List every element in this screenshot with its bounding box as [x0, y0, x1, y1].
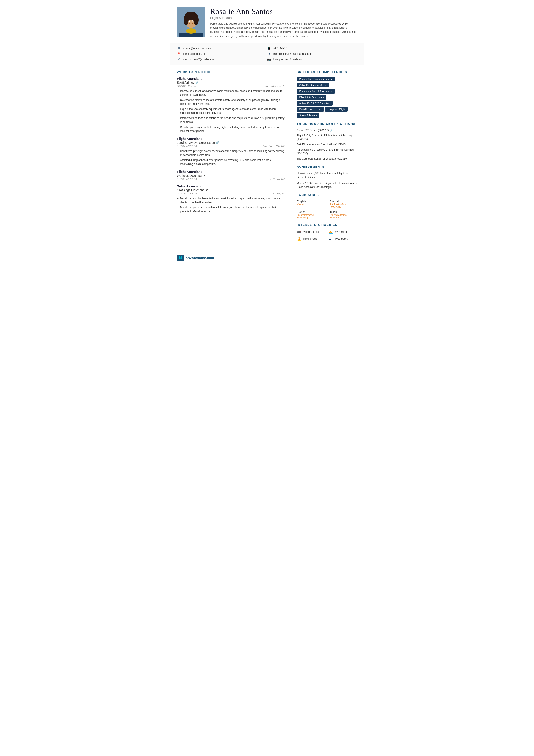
video-games-icon: 🎮 [297, 230, 302, 234]
job-meta-4: 04/2009 – 12/2010 Phoenix, AZ [177, 192, 285, 195]
job-bullets-1: Identify, document, and analyze cabin ma… [177, 89, 285, 133]
skill-cabin-maintenance: Cabin Maintenance & Use [297, 83, 330, 88]
job-bullets-4: Developed and implemented a successful l… [177, 197, 285, 213]
footer: N novoresume.com [170, 251, 364, 265]
skills-section: SKILLS AND COMPETENCIES Personalized Cus… [297, 70, 358, 118]
swimming-icon: 🏊 [328, 230, 333, 234]
skill-long-haul: Long-Haul Flight [325, 107, 348, 112]
contact-location: 📍 Fort Lauderdale, FL [177, 52, 267, 56]
footer-url: novoresume.com [186, 256, 214, 260]
cert-1: Airbus 320 Series (06/2012) 🔗 [297, 128, 358, 132]
job-meta-1: 08/2018 – Present Fort Lauderdale, FL [177, 85, 285, 87]
achievement-1: Flown in over 5,000 hours long-haul flig… [297, 171, 358, 179]
candidate-name: Rosalie Ann Santos [210, 7, 357, 16]
job-entry-1: Flight Attendant Spirit Airlines 🔗 08/20… [177, 77, 285, 133]
email-icon: ✉ [177, 46, 181, 50]
achievement-2: Moved 10,000 units in a single sales tra… [297, 181, 358, 189]
contact-email: ✉ rosalie@novoresume.com [177, 46, 267, 50]
hobby-video-games: 🎮 Video Games [297, 230, 326, 234]
instagram-icon: 📷 [267, 58, 271, 62]
svg-point-6 [193, 14, 199, 25]
skill-personalized-customer-service: Personalized Customer Service [297, 77, 335, 81]
location-icon: 📍 [177, 52, 181, 56]
skills-grid: Personalized Customer Service Cabin Main… [297, 77, 358, 118]
lang-spanish: Spanish Full Professional Proficiency [330, 200, 358, 208]
skills-title: SKILLS AND COMPETENCIES [297, 70, 358, 74]
hobbies-section: INTERESTS & HOBBIES 🎮 Video Games 🏊 Swim… [297, 223, 358, 241]
company-3: Workplace/Company [177, 174, 285, 177]
contact-left: ✉ rosalie@novoresume.com 📍 Fort Lauderda… [177, 46, 267, 62]
cert-5: The Corporate School of Etiquette (08/20… [297, 157, 358, 161]
bullet-1-3: Explain the use of safety equipment to p… [177, 107, 285, 115]
skill-stress-tolerance: Stress Tolerance [297, 113, 320, 118]
hobby-swimming: 🏊 Swimming [328, 230, 358, 234]
candidate-title: Flight Attendant [210, 16, 357, 20]
achievements-section: ACHIEVEMENTS Flown in over 5,000 hours l… [297, 165, 358, 189]
svg-point-5 [184, 14, 189, 25]
avatar [177, 7, 205, 37]
typography-icon: 🖋 [328, 236, 333, 241]
skill-first-aid: First-Aid Intervention [297, 107, 324, 112]
languages-section: LANGUAGES English Native Spanish Full Pr… [297, 193, 358, 219]
bullet-1-1: Identify, document, and analyze cabin ma… [177, 89, 285, 97]
svg-point-10 [192, 20, 194, 21]
skill-airbus: Airbus A319 & 320 Operation [297, 101, 333, 106]
job-entry-3: Flight Attendant Workplace/Company 01/20… [177, 170, 285, 180]
company-2: JetBlue Airways Corporation 🔗 [177, 141, 285, 145]
job-title-2: Flight Attendant [177, 137, 285, 141]
phone-icon: 📱 [267, 46, 271, 50]
lang-french: French Full Professional Proficiency [297, 210, 325, 219]
svg-point-9 [188, 20, 189, 21]
lang-english: English Native [297, 200, 325, 208]
contact-section: ✉ rosalie@novoresume.com 📍 Fort Lauderda… [170, 43, 364, 65]
cert-4: American Red Cross (AED) and First Aid C… [297, 148, 358, 155]
job-meta-3: 01/2011 – 12/2013 Las Vegas, NV [177, 178, 285, 180]
candidate-summary: Personable and people-oriented Flight At… [210, 22, 357, 39]
job-title-4: Sales Associate [177, 184, 285, 188]
skill-faa-safety: FAA Safety Procedures [297, 95, 327, 99]
company-1: Spirit Airlines 🔗 [177, 81, 285, 84]
linkedin-icon: in [267, 52, 271, 56]
header-text: Rosalie Ann Santos Flight Attendant Pers… [210, 7, 357, 39]
hobbies-grid: 🎮 Video Games 🏊 Swimming 🧘 Mindfulness 🖋… [297, 230, 358, 241]
cert-3: FAA Flight Attendant Certification (11/2… [297, 143, 358, 146]
job-meta-2: 01/2014 – 07/2018 Long Island City, NY [177, 145, 285, 148]
bullet-1-2: Oversee the maintenance of comfort, safe… [177, 98, 285, 106]
job-entry-4: Sales Associate Crossings Merchandise 04… [177, 184, 285, 213]
main-content: WORK EXPERIENCE Flight Attendant Spirit … [170, 65, 364, 251]
languages-grid: English Native Spanish Full Professional… [297, 200, 358, 219]
trainings-title: TRAININGS AND CERTIFICATIONS [297, 122, 358, 125]
job-title-1: Flight Attendant [177, 77, 285, 80]
medium-icon: M [177, 58, 181, 62]
right-column: SKILLS AND COMPETENCIES Personalized Cus… [291, 65, 364, 251]
hobby-typography: 🖋 Typography [328, 236, 358, 241]
contact-linkedin: in linkedin.com/in/rosalie-ann-santos [267, 52, 357, 56]
hobbies-title: INTERESTS & HOBBIES [297, 223, 358, 227]
bullet-4-2: Developed partnerships with multiple sma… [177, 205, 285, 213]
lang-italian: Italian Full Professional Proficiency [330, 210, 358, 219]
languages-title: LANGUAGES [297, 193, 358, 197]
contact-right: 📱 7481 345678 in linkedin.com/in/rosalie… [267, 46, 357, 62]
left-column: WORK EXPERIENCE Flight Attendant Spirit … [170, 65, 291, 251]
contact-medium: M medium.com/@rosalie.ann [177, 58, 267, 62]
logo-n-icon: N [177, 255, 184, 261]
bullet-1-4: Interact with patrons and attend to the … [177, 116, 285, 124]
skill-emergency-care: Emergency Care & Procedures [297, 89, 335, 94]
external-link-icon-2[interactable]: 🔗 [216, 141, 219, 144]
cert-2: Flight Safety Corporate Flight Attendant… [297, 134, 358, 141]
job-bullets-2: Conducted pre-flight safety checks of ca… [177, 149, 285, 166]
trainings-section: TRAININGS AND CERTIFICATIONS Airbus 320 … [297, 122, 358, 161]
external-link-icon-1[interactable]: 🔗 [195, 81, 199, 84]
company-4: Crossings Merchandise [177, 188, 285, 192]
contact-phone: 📱 7481 345678 [267, 46, 357, 50]
bullet-4-1: Developed and implemented a successful l… [177, 197, 285, 204]
cert-link-icon[interactable]: 🔗 [330, 129, 333, 131]
mindfulness-icon: 🧘 [297, 236, 302, 241]
work-experience-title: WORK EXPERIENCE [177, 70, 285, 74]
header-section: Rosalie Ann Santos Flight Attendant Pers… [170, 0, 364, 43]
achievements-title: ACHIEVEMENTS [297, 165, 358, 168]
novoresume-logo: N novoresume.com [177, 255, 214, 261]
svg-point-12 [186, 28, 196, 34]
hobby-mindfulness: 🧘 Mindfulness [297, 236, 326, 241]
job-title-3: Flight Attendant [177, 170, 285, 174]
